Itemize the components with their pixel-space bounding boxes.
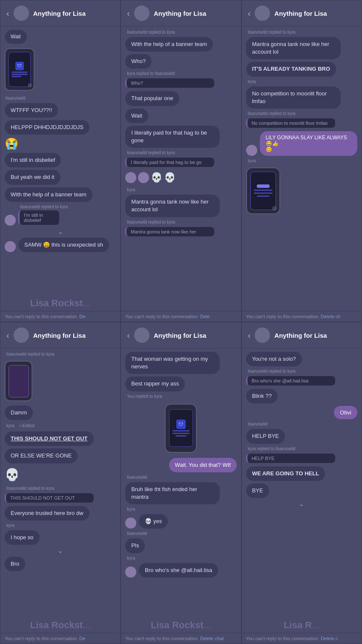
msg-were-gone: OR ELSE WE'RE GONE xyxy=(5,448,78,463)
msg-help-bye: HELP BYE xyxy=(246,429,285,443)
reply-not-get-out: THIS SHOULD NOT GET OUT xyxy=(5,493,94,503)
chat-body-2: lisarunwild replied to kyra With the hel… xyxy=(121,26,241,311)
label-p2-4: lisarunwild replied to kyra xyxy=(125,220,236,224)
msg-blink: Blink ?? xyxy=(246,389,278,403)
reply-mantra: Mantra gonna tank now like her xyxy=(125,227,214,236)
chat-body-3: lisarunwild replied to kyra Mantra gonna… xyxy=(242,26,362,311)
chat-body-6: You're not a solo? lisarunwild replied t… xyxy=(242,348,362,633)
avatar-3 xyxy=(255,6,270,21)
chat-body-4: lisarunwild replied to kyra Damm kyra • … xyxy=(0,348,120,633)
msg-slay: LILY GONNAA SLAY LIKE ALWAYS 😂👍😊 xyxy=(260,131,357,156)
chat-header-6: ‹ Anything for Lisa xyxy=(242,322,362,348)
reply-label-1: lisarunwild replied to kyra xyxy=(18,204,69,209)
delete-link-4[interactable]: De xyxy=(79,636,85,641)
msg-moonlit: No competition to moonlit floor lmfao xyxy=(246,86,341,109)
skull-emoji-2: 💀 xyxy=(164,172,175,183)
chat-title-1: Anything for Lisa xyxy=(33,10,86,17)
msg-disbelief: I'm still in disbelief xyxy=(5,153,61,167)
mini-avatar-p2b xyxy=(138,172,149,183)
cry-emoji: 😭 xyxy=(5,137,116,150)
phone-center-row: 🛡 xyxy=(125,404,236,453)
label-lisarunwild-p6: lisarunwild xyxy=(246,422,357,426)
back-button-2[interactable]: ‹ xyxy=(127,9,130,18)
delete-link-1[interactable]: De xyxy=(79,314,85,319)
msg-bro-who: Bro who's she @all.hail.lisa xyxy=(139,563,218,578)
avatar-2 xyxy=(134,6,149,21)
msg-pls: Pls xyxy=(125,538,145,553)
chevron-1[interactable]: ⌄ xyxy=(5,228,116,235)
avatar-1 xyxy=(14,6,29,21)
msg-wait-wtf: Wait. You did that? Wtf xyxy=(169,458,237,472)
chat-title-2: Anything for Lisa xyxy=(154,10,206,17)
username-lisarunwild-1: lisarunwild xyxy=(5,96,116,101)
purple-partial-row: Wait. You did that? Wtf xyxy=(125,458,236,472)
back-button-6[interactable]: ‹ xyxy=(248,331,251,340)
label-p6-2: kyra replied to lisarunwild xyxy=(246,446,357,451)
mini-avatar-p3 xyxy=(246,145,257,156)
msg-hell: WE ARE GOING TO HELL xyxy=(246,466,325,481)
msg-trusted: Everyone trusted here bro dw xyxy=(5,506,89,520)
msg-mantra: Mantra gonna tank now like her account l… xyxy=(125,195,220,217)
reply-moonlit: No competition to moonlit floor lmfao xyxy=(246,118,335,128)
avatar-6 xyxy=(255,328,270,343)
label-lisarunwild-p5b: lisarunwild xyxy=(125,531,236,536)
msg-not-get-out: THIS SHOULD NOT GET OUT xyxy=(5,431,94,446)
back-button-1[interactable]: ‹ xyxy=(6,9,9,18)
skull-emoji-1: 💀 xyxy=(151,172,162,183)
chat-body-1: Wait 🛡 ⊙ lisarunwild WTFFF YOU??!! xyxy=(0,26,120,311)
cannot-reply-5: You can't reply to this conversation. De… xyxy=(121,633,241,644)
msg-popular: That popular one xyxy=(125,91,179,106)
delete-link-3[interactable]: Delete ch xyxy=(321,314,340,319)
back-button-5[interactable]: ‹ xyxy=(127,331,130,340)
label-kyra-p5: kyra xyxy=(125,507,236,512)
label-lisarunwild-p5: lisarunwild xyxy=(125,475,236,480)
cannot-reply-3: You can't reply to this conversation. De… xyxy=(242,311,362,322)
reply-row-1: lisarunwild replied to kyra I'm still in… xyxy=(5,204,116,226)
mini-avatar-1 xyxy=(5,215,16,226)
msg-solo: You're not a solo? xyxy=(246,352,302,366)
cannot-reply-2: You can't reply to this conversation. De… xyxy=(121,311,241,322)
panel-3: ‹ Anything for Lisa lisarunwild replied … xyxy=(241,0,362,322)
obv-row: Obvi xyxy=(246,406,357,419)
bro-who-row: Bro who's she @all.hail.lisa xyxy=(125,563,236,578)
label-kyra-p4: kyra xyxy=(5,523,116,528)
label-kyra-p3b: kyra xyxy=(246,158,357,163)
delete-link-2[interactable]: Dele xyxy=(200,314,210,319)
chat-header-3: ‹ Anything for Lisa xyxy=(242,0,362,26)
chat-title-4: Anything for Lisa xyxy=(33,332,86,339)
mini-avatar-p5b xyxy=(125,566,136,578)
panel-5: ‹ Anything for Lisa That woman was getti… xyxy=(121,322,241,644)
skull-single: 💀 xyxy=(5,468,116,482)
edited-badge: • Edited xyxy=(20,423,34,428)
panel-6: ‹ Anything for Lisa You're not a solo? l… xyxy=(241,322,362,644)
delete-link-5[interactable]: Delete chat xyxy=(200,636,224,641)
back-button-4[interactable]: ‹ xyxy=(6,331,9,340)
msg-wait: Wait xyxy=(5,30,27,44)
slay-row: LILY GONNAA SLAY LIKE ALWAYS 😂👍😊 xyxy=(246,131,357,156)
chat-body-5: That woman was getting on my nerves Best… xyxy=(121,348,241,633)
chat-grid: ‹ Anything for Lisa Wait 🛡 ⊙ xyxy=(0,0,362,644)
label-p2-3: lisarunwild replied to kyra xyxy=(125,150,236,155)
msg-we-did-it: But yeah we did it xyxy=(5,170,60,184)
chat-header-4: ‹ Anything for Lisa xyxy=(0,322,120,348)
camera-icon-p3: ⊙ xyxy=(272,205,277,211)
delete-link-6[interactable]: Delete c xyxy=(321,636,338,641)
cannot-reply-1: You can't reply to this conversation. De xyxy=(0,311,120,322)
mini-avatar-p5a xyxy=(125,518,136,529)
kyra-edited-row: kyra • Edited xyxy=(5,423,116,428)
cannot-reply-6: You can't reply to this conversation. De… xyxy=(242,633,362,644)
msg-fish: Bruh like tht fish ended her mantra xyxy=(125,482,220,504)
chevron-p6[interactable]: ⌄ xyxy=(246,500,357,507)
chevron-p4[interactable]: ⌄ xyxy=(5,547,116,554)
phone-screenshot-1: 🛡 ⊙ xyxy=(5,48,34,91)
reply-bubble-1: I'm still in disbelief xyxy=(18,210,59,225)
label-kyra-p2: kyra xyxy=(125,187,236,192)
msg-bro-p4: Bro xyxy=(5,557,25,571)
back-button-3[interactable]: ‹ xyxy=(248,9,251,18)
phone-large: ⊙ xyxy=(246,167,280,214)
skulls-row: 💀 💀 xyxy=(125,172,236,183)
chat-header-1: ‹ Anything for Lisa xyxy=(0,0,120,26)
msg-mantra-p3: Mantra gonna tank now like her account l… xyxy=(246,37,341,59)
msg-yes: 💀 yes xyxy=(139,514,168,529)
msg-tanking: IT'S ALREADY TANKING BRO xyxy=(246,62,336,76)
